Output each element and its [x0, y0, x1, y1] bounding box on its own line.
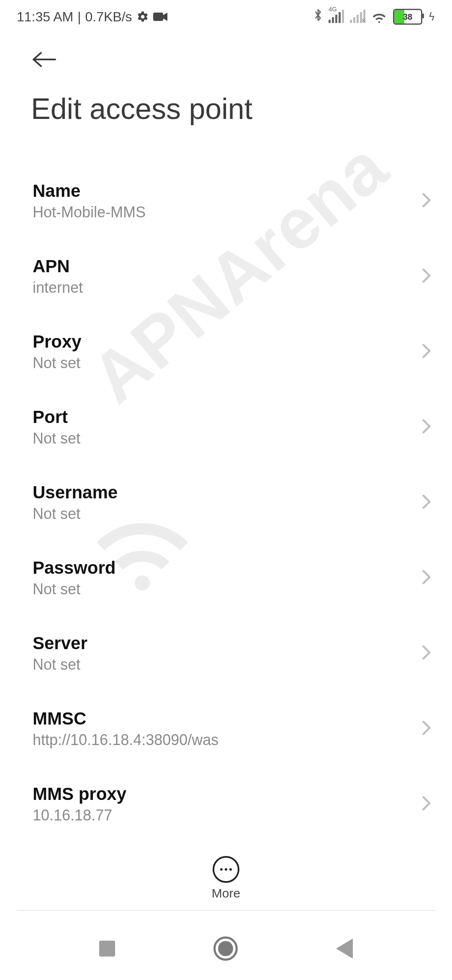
no-sim-icon: ✕	[361, 17, 366, 24]
setting-row-server[interactable]: Server Not set	[33, 616, 431, 691]
setting-value: Hot-Mobile-MMS	[33, 204, 402, 221]
back-button[interactable]	[31, 50, 58, 69]
settings-list: Name Hot-Mobile-MMS APN internet Proxy N…	[33, 163, 431, 829]
status-separator: |	[77, 9, 81, 25]
chevron-right-icon	[422, 645, 431, 662]
setting-title: Port	[33, 407, 402, 427]
nav-home-button[interactable]	[213, 936, 238, 961]
setting-row-mmsc[interactable]: MMSC http://10.16.18.4:38090/was	[33, 691, 431, 766]
setting-title: Name	[33, 181, 402, 201]
setting-value: internet	[33, 279, 402, 297]
status-bar: 11:35 AM | 0.7KB/s 4G ✕	[0, 0, 452, 34]
setting-title: MMSC	[33, 709, 402, 729]
setting-title: Proxy	[33, 332, 402, 352]
chevron-right-icon	[422, 268, 431, 285]
setting-value: Not set	[33, 430, 402, 447]
more-label: More	[212, 886, 240, 900]
status-bar-right: 4G ✕ 38 ϟ	[313, 8, 435, 26]
chevron-right-icon	[422, 494, 431, 511]
signal-sim1: 4G	[329, 10, 344, 23]
battery-percent: 38	[394, 12, 421, 22]
setting-row-mms-proxy[interactable]: MMS proxy 10.16.18.77	[33, 766, 431, 829]
setting-row-apn[interactable]: APN internet	[33, 239, 431, 314]
setting-title: Server	[33, 633, 402, 653]
back-arrow-icon	[31, 50, 58, 69]
chevron-right-icon	[422, 569, 431, 587]
signal-network-label: 4G	[329, 5, 337, 13]
setting-value: Not set	[33, 354, 402, 372]
chevron-right-icon	[422, 720, 431, 738]
android-nav-bar	[0, 917, 452, 980]
signal-sim2: ✕	[350, 10, 365, 23]
bluetooth-icon	[313, 8, 323, 26]
setting-row-proxy[interactable]: Proxy Not set	[33, 314, 431, 389]
settings-icon	[136, 10, 149, 23]
more-button[interactable]: More	[0, 856, 452, 900]
camera-icon	[153, 12, 167, 22]
chevron-right-icon	[422, 418, 431, 436]
nav-back-button[interactable]	[336, 939, 353, 959]
setting-row-name[interactable]: Name Hot-Mobile-MMS	[33, 163, 431, 239]
nav-recent-button[interactable]	[99, 941, 115, 957]
more-icon	[213, 856, 239, 883]
battery-icon: 38	[393, 9, 422, 25]
page-title: Edit access point	[31, 92, 252, 126]
setting-value: Not set	[33, 580, 402, 598]
chevron-right-icon	[422, 192, 431, 210]
setting-title: Password	[33, 558, 402, 578]
setting-value: 10.16.18.77	[33, 807, 402, 824]
setting-value: Not set	[33, 656, 402, 673]
setting-value: http://10.16.18.4:38090/was	[33, 731, 402, 749]
status-data-rate: 0.7KB/s	[85, 9, 132, 25]
setting-row-username[interactable]: Username Not set	[33, 465, 431, 540]
setting-row-port[interactable]: Port Not set	[33, 389, 431, 465]
setting-title: Username	[33, 482, 402, 503]
status-bar-left: 11:35 AM | 0.7KB/s	[17, 9, 167, 25]
bottom-separator	[17, 910, 435, 911]
setting-value: Not set	[33, 505, 402, 523]
setting-row-password[interactable]: Password Not set	[33, 540, 431, 616]
chevron-right-icon	[422, 343, 431, 361]
chevron-right-icon	[422, 795, 431, 813]
setting-title: APN	[33, 256, 402, 276]
setting-title: MMS proxy	[33, 784, 402, 804]
wifi-icon	[371, 10, 387, 23]
charging-icon: ϟ	[428, 10, 435, 23]
status-time: 11:35 AM	[17, 9, 73, 25]
svg-rect-0	[153, 13, 163, 21]
